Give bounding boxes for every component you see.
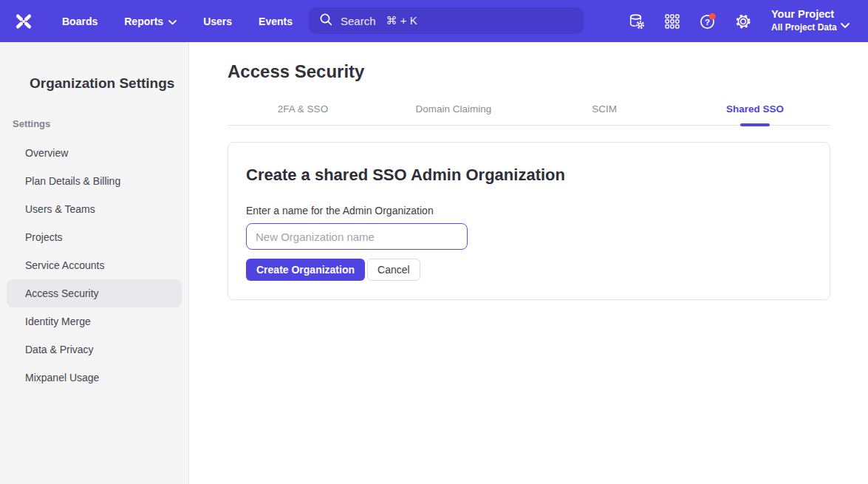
page-title: Access Security: [228, 61, 868, 82]
sidebar-item-identity-merge[interactable]: Identity Merge: [7, 307, 182, 335]
card-heading: Create a shared SSO Admin Organization: [246, 166, 812, 185]
tab-shared-sso[interactable]: Shared SSO: [680, 103, 830, 125]
project-name: Your Project: [771, 7, 837, 21]
tab-bar: 2FA & SSO Domain Claiming SCIM Shared SS…: [228, 103, 830, 126]
sidebar-item-service-accounts[interactable]: Service Accounts: [7, 251, 182, 279]
sidebar-item-mixpanel-usage[interactable]: Mixpanel Usage: [7, 364, 182, 392]
card-actions: Create Organization Cancel: [246, 259, 812, 281]
help-icon[interactable]: ?: [698, 12, 717, 31]
top-navigation-bar: Boards Reports Users Events Search ⌘ + K: [0, 0, 868, 42]
tab-domain-claiming[interactable]: Domain Claiming: [378, 103, 529, 125]
primary-nav-links: Boards Reports Users Events: [62, 0, 293, 42]
tab-2fa-sso[interactable]: 2FA & SSO: [228, 103, 378, 125]
nav-item-label: Events: [259, 16, 293, 27]
sidebar-title: Organization Settings: [30, 75, 188, 92]
sidebar-item-users-teams[interactable]: Users & Teams: [7, 195, 182, 223]
search-placeholder: Search: [341, 15, 376, 27]
search-input[interactable]: Search ⌘ + K: [309, 7, 584, 34]
settings-sidebar: Organization Settings Settings Overview …: [0, 42, 189, 484]
search-shortcut: ⌘ + K: [386, 14, 417, 27]
project-switcher[interactable]: Your Project All Project Data: [771, 7, 837, 33]
project-scope: All Project Data: [771, 21, 837, 33]
sidebar-item-overview[interactable]: Overview: [7, 139, 182, 167]
main-content: Access Security 2FA & SSO Domain Claimin…: [189, 42, 868, 484]
sidebar-item-access-security[interactable]: Access Security: [7, 279, 182, 307]
mixpanel-logo[interactable]: [13, 11, 35, 32]
org-name-input[interactable]: [246, 223, 468, 250]
data-management-icon[interactable]: [627, 12, 646, 31]
apps-grid-icon[interactable]: [663, 12, 682, 31]
nav-item-boards[interactable]: Boards: [62, 16, 98, 27]
svg-text:?: ?: [705, 18, 710, 27]
sidebar-item-plan-details-billing[interactable]: Plan Details & Billing: [7, 167, 182, 195]
cancel-button[interactable]: Cancel: [367, 259, 420, 281]
project-chevron-down-icon[interactable]: [841, 18, 850, 32]
tab-scim[interactable]: SCIM: [529, 103, 680, 125]
create-sso-org-card: Create a shared SSO Admin Organization E…: [228, 142, 830, 300]
sidebar-item-data-privacy[interactable]: Data & Privacy: [7, 335, 182, 364]
search-icon: [319, 13, 333, 30]
nav-item-label: Boards: [62, 16, 98, 27]
sidebar-section-header: Settings: [13, 118, 188, 129]
chevron-down-icon: [168, 16, 177, 27]
sidebar-item-list: Overview Plan Details & Billing Users & …: [0, 139, 188, 392]
gear-icon[interactable]: [734, 12, 753, 31]
nav-item-users[interactable]: Users: [203, 16, 232, 27]
create-organization-button[interactable]: Create Organization: [246, 259, 365, 281]
nav-item-reports[interactable]: Reports: [124, 16, 177, 27]
org-name-label: Enter a name for the Admin Organization: [246, 205, 812, 217]
sidebar-item-projects[interactable]: Projects: [7, 223, 182, 251]
nav-item-events[interactable]: Events: [259, 16, 293, 27]
nav-item-label: Reports: [124, 16, 163, 27]
nav-item-label: Users: [203, 16, 232, 27]
